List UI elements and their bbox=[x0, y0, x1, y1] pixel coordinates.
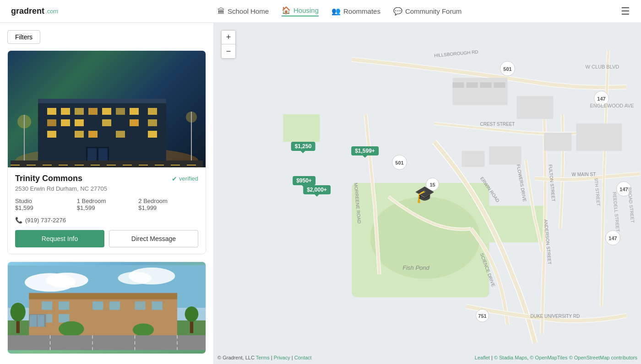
svg-rect-67 bbox=[283, 114, 320, 142]
svg-point-54 bbox=[185, 306, 199, 321]
svg-point-56 bbox=[133, 323, 154, 336]
nav-school-home-label: School Home bbox=[228, 7, 269, 15]
verified-badge: ✔ verified bbox=[172, 175, 198, 182]
svg-rect-47 bbox=[59, 314, 69, 323]
pricing-1br: 1 Bedroom $1,599 bbox=[77, 198, 137, 211]
svg-text:501: 501 bbox=[503, 66, 511, 72]
svg-rect-102 bbox=[480, 82, 492, 88]
price-marker-3[interactable]: $950+ bbox=[293, 176, 315, 185]
svg-rect-6 bbox=[88, 108, 98, 115]
map-attribution: Leaflet | © Stadia Maps, © OpenMapTiles … bbox=[475, 355, 637, 360]
svg-text:147: 147 bbox=[597, 96, 605, 102]
stadia-link[interactable]: © Stadia Maps bbox=[494, 355, 527, 360]
nav-roommates-label: Roommates bbox=[343, 7, 380, 15]
action-buttons: Request Info Direct Message bbox=[15, 230, 198, 247]
map-footer: © Gradrent, LLC Terms | Privacy | Contac… bbox=[217, 355, 312, 360]
menu-button[interactable]: ☰ bbox=[621, 5, 630, 17]
nav-housing[interactable]: 🏠 Housing bbox=[282, 6, 319, 16]
svg-rect-104 bbox=[517, 96, 554, 119]
gradrent-copyright: © Gradrent, LLC bbox=[217, 355, 255, 360]
phone-row: 📞 (919) 737-2276 bbox=[15, 217, 198, 224]
contact-link[interactable]: Contact bbox=[294, 355, 312, 360]
nav-roommates[interactable]: 👥 Roommates bbox=[331, 7, 380, 16]
svg-rect-7 bbox=[102, 108, 111, 115]
checkmark-icon: ✔ bbox=[172, 175, 177, 182]
zoom-out-button[interactable]: − bbox=[222, 44, 235, 58]
roommates-icon: 👥 bbox=[331, 7, 341, 16]
svg-rect-107 bbox=[462, 151, 485, 167]
svg-rect-99 bbox=[453, 78, 508, 105]
svg-rect-108 bbox=[489, 146, 521, 165]
svg-rect-13 bbox=[75, 119, 84, 126]
left-panel: Filters bbox=[0, 23, 214, 364]
nav-community-forum[interactable]: 💬 Community Forum bbox=[393, 7, 462, 16]
privacy-link[interactable]: Privacy bbox=[274, 355, 290, 360]
logo-com: .com bbox=[45, 8, 58, 15]
svg-rect-18 bbox=[75, 131, 84, 138]
svg-rect-39 bbox=[29, 293, 177, 300]
phone-number: (919) 737-2276 bbox=[25, 217, 66, 224]
phone-icon: 📞 bbox=[15, 217, 22, 224]
svg-rect-4 bbox=[61, 108, 70, 115]
svg-text:W MAIN ST: W MAIN ST bbox=[572, 172, 596, 177]
svg-rect-44 bbox=[135, 301, 146, 310]
nav-housing-label: Housing bbox=[293, 6, 319, 14]
svg-rect-41 bbox=[59, 301, 69, 310]
svg-rect-16 bbox=[148, 119, 157, 126]
price-marker-1[interactable]: $1,250 bbox=[291, 142, 315, 151]
main-nav: 🏛 School Home 🏠 Housing 👥 Roommates 💬 Co… bbox=[217, 6, 462, 16]
price-marker-4[interactable]: $2,000+ bbox=[303, 185, 331, 194]
1br-label: 1 Bedroom bbox=[77, 198, 137, 204]
studio-price: $1,599 bbox=[15, 204, 75, 211]
leaflet-link[interactable]: Leaflet bbox=[475, 355, 490, 360]
svg-text:751: 751 bbox=[478, 313, 486, 319]
request-info-button[interactable]: Request Info bbox=[15, 230, 104, 247]
logo[interactable]: gradrent.com bbox=[11, 6, 58, 16]
svg-rect-45 bbox=[152, 301, 163, 310]
svg-rect-106 bbox=[576, 123, 622, 151]
1br-price: $1,599 bbox=[77, 204, 137, 211]
svg-text:Fish Pond: Fish Pond bbox=[402, 264, 429, 271]
nav-community-label: Community Forum bbox=[405, 7, 462, 15]
listing-card-2 bbox=[7, 262, 206, 354]
svg-rect-29 bbox=[11, 161, 203, 167]
zoom-controls: + − bbox=[221, 30, 236, 59]
housing-icon: 🏠 bbox=[282, 6, 291, 15]
logo-text: gradrent bbox=[11, 6, 44, 16]
filters-button[interactable]: Filters bbox=[7, 30, 40, 44]
svg-rect-2 bbox=[38, 99, 166, 103]
listing-body-1: Trinity Commons ✔ verified 2530 Erwin Rd… bbox=[8, 167, 206, 254]
school-marker: 🎓 bbox=[414, 185, 435, 204]
svg-rect-50 bbox=[38, 315, 44, 327]
svg-rect-42 bbox=[92, 301, 103, 310]
svg-rect-8 bbox=[116, 108, 125, 115]
svg-rect-21 bbox=[148, 131, 157, 138]
nav-school-home[interactable]: 🏛 School Home bbox=[217, 7, 269, 16]
listing-title: Trinity Commons bbox=[15, 174, 82, 183]
school-icon: 🏛 bbox=[217, 7, 225, 16]
listing-title-row: Trinity Commons ✔ verified bbox=[15, 174, 198, 183]
svg-rect-11 bbox=[47, 119, 56, 126]
building-svg bbox=[11, 76, 203, 167]
svg-rect-15 bbox=[130, 119, 139, 126]
svg-text:CREST STREET: CREST STREET bbox=[480, 122, 515, 127]
map-container[interactable]: HILLSBOROUGH RD ERWIN ROAD MORREENE ROAD… bbox=[214, 23, 641, 364]
price-marker-2[interactable]: $1,599+ bbox=[351, 146, 379, 155]
zoom-in-button[interactable]: + bbox=[222, 31, 235, 44]
osm-link[interactable]: © OpenMapTiles © OpenStreetMap contribut… bbox=[530, 355, 637, 360]
svg-point-34 bbox=[46, 273, 88, 288]
svg-rect-12 bbox=[61, 119, 70, 126]
svg-text:147: 147 bbox=[619, 187, 628, 192]
terms-link[interactable]: Terms bbox=[256, 355, 270, 360]
pricing-grid: Studio $1,599 1 Bedroom $1,599 2 Bedroom… bbox=[15, 198, 198, 211]
main-content: Filters bbox=[0, 23, 641, 364]
svg-text:147: 147 bbox=[608, 236, 617, 241]
listing2-svg bbox=[8, 262, 206, 353]
svg-rect-43 bbox=[109, 301, 120, 310]
listing-card-1: Trinity Commons ✔ verified 2530 Erwin Rd… bbox=[7, 50, 206, 254]
listing-image-1 bbox=[8, 51, 206, 167]
svg-point-52 bbox=[11, 303, 26, 321]
direct-message-button[interactable]: Direct Message bbox=[109, 230, 198, 247]
svg-rect-105 bbox=[544, 133, 572, 151]
svg-rect-3 bbox=[47, 108, 56, 115]
